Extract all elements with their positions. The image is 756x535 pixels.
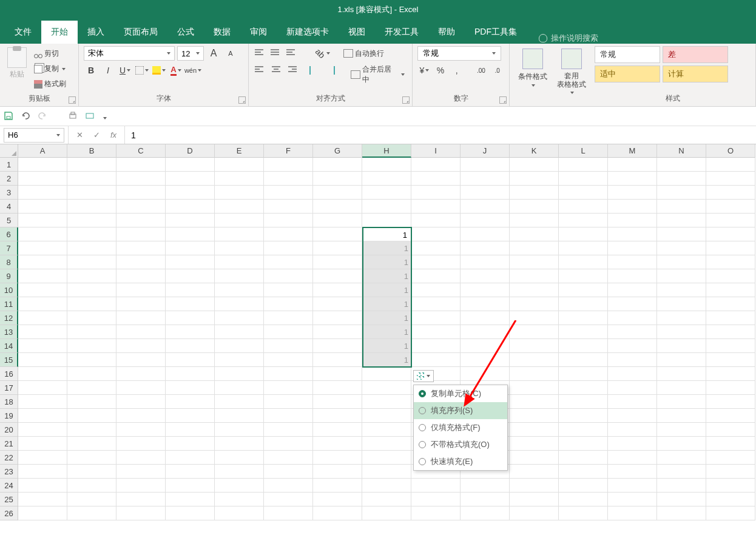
cell[interactable] bbox=[264, 297, 313, 311]
cell[interactable] bbox=[264, 283, 313, 297]
cell[interactable] bbox=[166, 158, 215, 172]
cell[interactable] bbox=[67, 255, 116, 269]
cell[interactable] bbox=[510, 506, 559, 520]
cell[interactable] bbox=[706, 339, 755, 353]
tab-developer[interactable]: 开发工具 bbox=[375, 21, 428, 44]
cell[interactable] bbox=[18, 409, 67, 423]
row-header-14[interactable]: 14 bbox=[0, 339, 18, 353]
cell[interactable] bbox=[67, 200, 116, 214]
cell[interactable] bbox=[706, 367, 755, 381]
cell[interactable] bbox=[411, 353, 461, 367]
cell[interactable] bbox=[215, 158, 264, 172]
cell[interactable] bbox=[362, 381, 411, 395]
cell[interactable] bbox=[18, 311, 67, 325]
cell[interactable] bbox=[18, 479, 67, 493]
cell[interactable] bbox=[608, 395, 657, 409]
autofill-options-button[interactable] bbox=[413, 370, 434, 382]
cell[interactable] bbox=[166, 186, 215, 200]
cell[interactable] bbox=[706, 395, 755, 409]
cell[interactable] bbox=[461, 493, 510, 506]
cell[interactable] bbox=[608, 465, 657, 479]
percent-button[interactable]: % bbox=[434, 63, 448, 78]
cell[interactable] bbox=[67, 325, 116, 339]
cell[interactable] bbox=[116, 214, 166, 227]
cell[interactable] bbox=[362, 214, 411, 227]
cell[interactable] bbox=[657, 506, 706, 520]
cell[interactable] bbox=[510, 214, 559, 227]
cell[interactable] bbox=[510, 409, 559, 423]
enter-formula-button[interactable]: ✓ bbox=[92, 130, 101, 140]
cell[interactable] bbox=[461, 353, 510, 367]
cell[interactable] bbox=[411, 297, 461, 311]
cell[interactable] bbox=[215, 465, 264, 479]
cell[interactable] bbox=[215, 241, 264, 255]
cell[interactable] bbox=[166, 479, 215, 493]
cell[interactable] bbox=[461, 325, 510, 339]
cell[interactable] bbox=[608, 325, 657, 339]
row-header-16[interactable]: 16 bbox=[0, 367, 18, 381]
bold-button[interactable]: B bbox=[84, 63, 98, 78]
column-header-O[interactable]: O bbox=[706, 144, 755, 158]
cell[interactable] bbox=[166, 283, 215, 297]
cell[interactable] bbox=[67, 339, 116, 353]
cell[interactable] bbox=[411, 325, 461, 339]
cell[interactable] bbox=[264, 367, 313, 381]
column-header-G[interactable]: G bbox=[313, 144, 362, 158]
cell[interactable]: 1 bbox=[362, 311, 411, 325]
cell[interactable] bbox=[411, 255, 461, 269]
cell[interactable] bbox=[313, 186, 362, 200]
tab-review[interactable]: 审阅 bbox=[240, 21, 277, 44]
cell[interactable] bbox=[67, 241, 116, 255]
cell[interactable] bbox=[510, 367, 559, 381]
row-header-3[interactable]: 3 bbox=[0, 186, 18, 200]
cell[interactable] bbox=[657, 465, 706, 479]
cell[interactable] bbox=[215, 297, 264, 311]
menu-fill-formatting-only[interactable]: 仅填充格式(F) bbox=[414, 419, 507, 436]
font-color-button[interactable]: A bbox=[169, 63, 183, 78]
cell[interactable] bbox=[67, 409, 116, 423]
cell[interactable] bbox=[706, 158, 755, 172]
row-header-4[interactable]: 4 bbox=[0, 200, 18, 214]
cell[interactable] bbox=[706, 465, 755, 479]
cell[interactable] bbox=[559, 227, 608, 241]
cell[interactable] bbox=[706, 297, 755, 311]
cell[interactable] bbox=[116, 269, 166, 283]
cell[interactable] bbox=[264, 241, 313, 255]
row-header-25[interactable]: 25 bbox=[0, 493, 18, 506]
comma-style-button[interactable]: , bbox=[450, 63, 464, 78]
redo-button[interactable] bbox=[38, 111, 49, 122]
cell[interactable] bbox=[657, 172, 706, 186]
cell[interactable] bbox=[608, 479, 657, 493]
cell[interactable] bbox=[313, 255, 362, 269]
cell[interactable] bbox=[706, 353, 755, 367]
cell[interactable] bbox=[461, 214, 510, 227]
cell[interactable] bbox=[608, 493, 657, 506]
cell[interactable] bbox=[67, 506, 116, 520]
cell[interactable] bbox=[116, 395, 166, 409]
cell[interactable] bbox=[657, 269, 706, 283]
row-header-21[interactable]: 21 bbox=[0, 437, 18, 451]
cell[interactable] bbox=[166, 395, 215, 409]
cell[interactable] bbox=[411, 186, 461, 200]
cell[interactable] bbox=[559, 493, 608, 506]
cell[interactable] bbox=[559, 465, 608, 479]
cell[interactable] bbox=[510, 395, 559, 409]
cell[interactable] bbox=[411, 506, 461, 520]
cell[interactable] bbox=[657, 325, 706, 339]
cell[interactable] bbox=[559, 339, 608, 353]
column-header-H[interactable]: H bbox=[362, 144, 411, 158]
cell[interactable] bbox=[215, 227, 264, 241]
cell[interactable] bbox=[411, 339, 461, 353]
cell[interactable] bbox=[264, 381, 313, 395]
cell[interactable] bbox=[67, 395, 116, 409]
cell[interactable] bbox=[18, 381, 67, 395]
cell[interactable] bbox=[362, 493, 411, 506]
cell[interactable] bbox=[313, 214, 362, 227]
cell[interactable] bbox=[461, 172, 510, 186]
cell[interactable] bbox=[215, 311, 264, 325]
cell[interactable] bbox=[67, 227, 116, 241]
cell[interactable] bbox=[166, 423, 215, 437]
cell[interactable] bbox=[215, 423, 264, 437]
tab-pdf-tools[interactable]: PDF工具集 bbox=[465, 21, 527, 44]
cell[interactable] bbox=[510, 255, 559, 269]
